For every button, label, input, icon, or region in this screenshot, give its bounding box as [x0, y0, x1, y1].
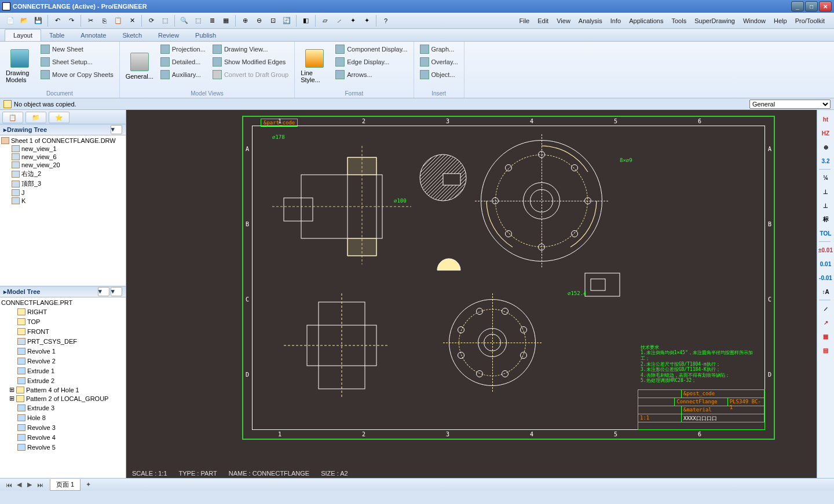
model-tree-item[interactable]: FRONT [1, 326, 125, 336]
datum-csys-icon[interactable]: ✦ [360, 14, 373, 27]
move-copy-sheets-button[interactable]: Move or Copy Sheets [38, 69, 116, 80]
cut-icon[interactable]: ✂ [84, 14, 97, 27]
menu-view[interactable]: View [557, 17, 570, 24]
menu-superdrawing[interactable]: SuperDrawing [694, 17, 735, 24]
right-tool-4[interactable]: ¼ [819, 171, 833, 185]
shade-icon[interactable]: ◧ [299, 14, 312, 27]
minimize-button[interactable]: _ [791, 1, 804, 12]
drawing-tree-item[interactable]: 右边_2 [1, 169, 125, 179]
sheet-setup-button[interactable]: Sheet Setup... [38, 56, 116, 68]
drawing-tree-item[interactable]: new_view_1 [1, 145, 125, 153]
drawing-tree-item[interactable]: J [1, 189, 125, 197]
model-tree-item[interactable]: PRT_CSYS_DEF [1, 336, 125, 346]
new-sheet-tab-button[interactable]: ✦ [83, 480, 93, 490]
menu-info[interactable]: Info [610, 17, 621, 24]
menu-analysis[interactable]: Analysis [579, 17, 602, 24]
new-icon[interactable]: 📄 [4, 14, 17, 27]
right-tool-6[interactable]: ⊥ [819, 198, 833, 212]
right-tool-1[interactable]: HZ [819, 126, 833, 140]
right-tool-13[interactable]: ⟋ [819, 301, 833, 315]
right-tool-2[interactable]: ⊕ [819, 140, 833, 154]
right-tool-0[interactable]: ht [819, 112, 833, 126]
drawing-tree-item[interactable]: 顶部_3 [1, 179, 125, 189]
model-tree-item[interactable]: Revolve 2 [1, 356, 125, 366]
sheet-tab-1[interactable]: 页面 1 [50, 479, 81, 491]
right-tool-15[interactable]: ▦ [819, 329, 833, 343]
tab-sketch[interactable]: Sketch [114, 30, 150, 41]
tab-table[interactable]: Table [41, 30, 72, 41]
select-icon[interactable]: ⬚ [192, 14, 204, 27]
nav-tab-model[interactable]: 📋 [2, 112, 23, 123]
model-tree-item[interactable]: Extrude 2 [1, 376, 125, 385]
drawing-view-button[interactable]: Drawing View... [210, 43, 291, 55]
overlay-button[interactable]: Overlay... [418, 56, 460, 68]
model-tree-item[interactable]: ⊞ Pattern 2 of LOCAL_GROUP [1, 394, 125, 403]
menu-protoolkit[interactable]: Pro/Toolkit [795, 17, 825, 24]
arrows-button[interactable]: Arrows... [333, 69, 409, 80]
model-tree-item[interactable]: Extrude 3 [1, 403, 125, 413]
edge-display-button[interactable]: Edge Display... [333, 56, 409, 68]
tab-publish[interactable]: Publish [187, 30, 224, 41]
model-tree-item[interactable]: TOP [1, 317, 125, 326]
drawing-tree-item[interactable]: new_view_6 [1, 153, 125, 161]
last-sheet-button[interactable]: ⏭ [35, 480, 45, 490]
datum-plane-icon[interactable]: ▱ [319, 14, 331, 27]
model-tree-item[interactable]: ⊞ Pattern 4 of Hole 1 [1, 385, 125, 394]
regen-icon[interactable]: ⟳ [145, 14, 158, 27]
component-display-button[interactable]: Component Display... [333, 43, 409, 55]
projection-button[interactable]: Projection... [158, 43, 208, 55]
model-tree-item[interactable]: Revolve 3 [1, 422, 125, 432]
next-sheet-button[interactable]: ▶ [24, 480, 35, 490]
right-tool-10[interactable]: 0.01 [819, 257, 833, 271]
undo-icon[interactable]: ↶ [51, 14, 64, 27]
find-icon[interactable]: 🔍 [178, 14, 191, 27]
model-tree-item[interactable]: Revolve 5 [1, 442, 125, 452]
menu-help[interactable]: Help [774, 17, 787, 24]
right-tool-9[interactable]: ±0.01 [819, 243, 833, 257]
tab-layout[interactable]: Layout [5, 29, 41, 41]
tab-review[interactable]: Review [150, 30, 187, 41]
prev-sheet-button[interactable]: ◀ [14, 480, 24, 490]
right-tool-5[interactable]: ⊥ [819, 185, 833, 198]
drawing-canvas[interactable]: &part_code 123456123456ABCDABCD [126, 110, 817, 478]
view-icon[interactable]: ▦ [220, 14, 232, 27]
menu-edit[interactable]: Edit [537, 17, 548, 24]
right-tool-7[interactable]: 标 [819, 212, 833, 226]
right-tool-12[interactable]: ↕A [819, 285, 833, 299]
zoom-in-icon[interactable]: ⊕ [239, 14, 251, 27]
redo-icon[interactable]: ↷ [65, 14, 78, 27]
menu-tools[interactable]: Tools [672, 17, 687, 24]
nav-tab-fav[interactable]: ⭐ [49, 112, 70, 123]
datum-axis-icon[interactable]: ⟋ [332, 14, 345, 27]
right-tool-16[interactable]: ▤ [819, 343, 833, 357]
graph-button[interactable]: Graph... [418, 43, 460, 55]
spin-icon[interactable]: 🔄 [280, 14, 293, 27]
save-icon[interactable]: 💾 [32, 14, 45, 27]
first-sheet-button[interactable]: ⏮ [3, 480, 14, 490]
nav-tab-folder[interactable]: 📁 [25, 112, 46, 123]
close-button[interactable]: ✕ [819, 1, 832, 12]
delete-icon[interactable]: ✕ [126, 14, 138, 27]
line-style-button[interactable]: Line Style... [298, 43, 331, 89]
maximize-button[interactable]: □ [805, 1, 818, 12]
model-tree[interactable]: CONNECTFLANGE.PRT RIGHT TOP FRONT PRT_CS… [0, 297, 126, 478]
right-tool-14[interactable]: ↗ [819, 315, 833, 329]
model-tree-settings-button[interactable]: ▾ [111, 287, 122, 296]
right-tool-3[interactable]: 3.2 [819, 154, 833, 168]
filter-dropdown[interactable]: General [749, 100, 831, 109]
open-icon[interactable]: 📂 [18, 14, 31, 27]
drawing-tree-item[interactable]: K [1, 197, 125, 205]
drawing-models-button[interactable]: Drawing Models [3, 43, 36, 89]
paste-icon[interactable]: 📋 [112, 14, 125, 27]
layers-icon[interactable]: ≣ [206, 14, 218, 27]
menu-applications[interactable]: Applications [629, 17, 663, 24]
model-tree-item[interactable]: Revolve 1 [1, 346, 125, 356]
drawing-tree-item[interactable]: new_view_20 [1, 161, 125, 169]
model-tree-item[interactable]: Hole 8 [1, 413, 125, 422]
tab-annotate[interactable]: Annotate [72, 30, 114, 41]
detailed-button[interactable]: Detailed... [158, 56, 208, 68]
model-tree-show-button[interactable]: ▾ [98, 287, 109, 296]
convert-draft-group-button[interactable]: Convert to Draft Group [210, 69, 291, 80]
object-button[interactable]: Object... [418, 69, 460, 80]
drawing-tree[interactable]: Sheet 1 of CONNECTFLANGE.DRW new_view_1n… [0, 135, 126, 286]
